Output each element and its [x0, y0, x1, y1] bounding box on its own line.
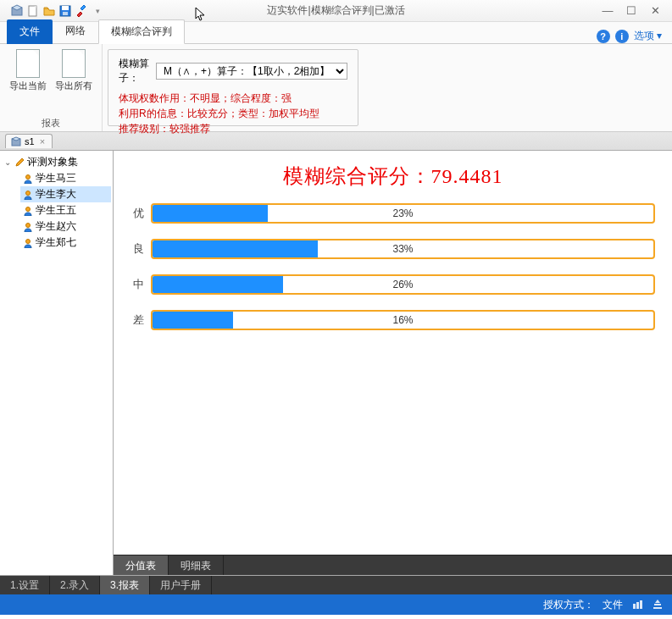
status-label: 授权方式： [543, 598, 594, 612]
bar-value-label: 33% [392, 243, 413, 255]
tree-item[interactable]: 学生马三 [20, 170, 111, 186]
bar-category-label: 差 [131, 312, 144, 328]
person-icon [22, 205, 34, 217]
tab-fuzzy[interactable]: 模糊综合评判 [98, 19, 185, 44]
tree-root-label: 评测对象集 [27, 155, 78, 169]
bottom-tab[interactable]: 1.设置 [0, 576, 50, 594]
options-menu[interactable]: 选项 ▾ [634, 29, 662, 43]
svg-rect-14 [633, 604, 636, 609]
ribbon-settings-panel: 模糊算子： M（∧，+）算子：【1取小，2相加】 体现权数作用：不明显；综合程度… [108, 49, 358, 126]
close-button[interactable]: ✕ [643, 3, 667, 19]
bar-row: 中26% [131, 274, 655, 295]
bar-value-label: 23% [392, 207, 413, 219]
open-icon[interactable] [42, 4, 56, 18]
tree-root-row[interactable]: ⌄ 评测对象集 [2, 154, 111, 170]
sub-tab[interactable]: 分值表 [114, 555, 169, 575]
options-label: 选项 [634, 30, 654, 41]
svg-point-9 [26, 174, 31, 179]
bar-category-label: 良 [131, 241, 144, 257]
sub-tabs: 分值表明细表 [114, 555, 672, 575]
tab-file[interactable]: 文件 [7, 19, 53, 44]
maximize-button[interactable]: ☐ [619, 3, 643, 19]
tree-item[interactable]: 学生赵六 [20, 218, 111, 235]
bar-category-label: 优 [131, 206, 144, 221]
save-icon[interactable] [58, 4, 72, 18]
score-title: 模糊综合评分：79.4481 [131, 163, 655, 190]
tab-network[interactable]: 网络 [53, 19, 98, 43]
bottom-tab[interactable]: 用户手册 [150, 576, 212, 594]
svg-point-13 [26, 239, 31, 243]
bottom-tabs: 1.设置2.录入3.报表用户手册 [0, 576, 672, 594]
svg-rect-16 [640, 600, 642, 609]
person-icon [22, 189, 34, 201]
window-controls: — ☐ ✕ [596, 3, 672, 19]
document-tab[interactable]: s1 × [5, 134, 53, 148]
status-icon-1 [631, 599, 643, 611]
cube-icon [11, 136, 21, 146]
new-icon[interactable] [26, 4, 40, 18]
status-icon-2[interactable] [652, 599, 664, 611]
svg-point-12 [26, 223, 31, 227]
person-icon [22, 221, 34, 233]
window-title: 迈实软件|模糊综合评判|已激活 [267, 3, 404, 18]
ribbon-group-title: 报表 [42, 113, 60, 130]
person-icon [22, 237, 34, 249]
tree-item-label: 学生赵六 [36, 219, 76, 234]
bottom-tab[interactable]: 3.报表 [100, 576, 150, 594]
bar-row: 良33% [131, 239, 655, 259]
hint-line-1: 体现权数作用：不明显；综合程度：强 [119, 91, 347, 106]
quick-access-toolbar: ▾ [0, 4, 104, 18]
operator-label: 模糊算子： [119, 57, 151, 86]
main-area: ⌄ 评测对象集 学生马三学生李大学生王五学生赵六学生郑七 模糊综合评分：79.4… [0, 151, 672, 576]
bar-outer: 23% [151, 203, 655, 224]
expander-icon[interactable]: ⌄ [3, 158, 12, 167]
tools-icon[interactable] [75, 4, 88, 18]
bar-value-label: 16% [392, 314, 413, 326]
edit-icon [14, 157, 25, 169]
bottom-tab[interactable]: 2.录入 [50, 576, 100, 594]
ribbon-tabs: 文件 网络 模糊综合评判 ? i 选项 ▾ [0, 22, 672, 44]
export-all-button[interactable]: 导出所有 [54, 49, 93, 92]
bar-fill [153, 312, 233, 329]
document-tab-close[interactable]: × [38, 136, 47, 146]
document-icon [62, 49, 86, 78]
bar-outer: 26% [151, 274, 655, 295]
svg-point-11 [26, 207, 31, 211]
sub-tab[interactable]: 明细表 [169, 555, 224, 575]
tree-item-label: 学生马三 [36, 171, 76, 185]
svg-rect-17 [654, 604, 661, 605]
bar-category-label: 中 [131, 277, 144, 292]
bar-fill [153, 240, 318, 257]
qat-dropdown-icon[interactable]: ▾ [91, 4, 104, 18]
status-value: 文件 [603, 598, 623, 612]
help-icon[interactable]: ? [597, 30, 610, 43]
operator-select[interactable]: M（∧，+）算子：【1取小，2相加】 [156, 63, 347, 80]
info-icon[interactable]: i [615, 30, 629, 43]
content-pane: 模糊综合评分：79.4481 优23%良33%中26%差16% 分值表明细表 [114, 151, 672, 575]
document-tab-label: s1 [25, 136, 35, 146]
hint-line-2: 利用R的信息：比较充分；类型：加权平均型 [119, 106, 347, 121]
minimize-button[interactable]: — [596, 3, 619, 19]
tree-item-label: 学生李大 [36, 187, 76, 202]
svg-rect-18 [653, 607, 662, 609]
chart-area: 模糊综合评分：79.4481 优23%良33%中26%差16% [114, 151, 672, 555]
svg-point-10 [26, 191, 31, 195]
app-icon [10, 4, 24, 18]
bar-row: 优23% [131, 203, 655, 224]
tree-item[interactable]: 学生王五 [20, 202, 111, 218]
export-current-button[interactable]: 导出当前 [8, 49, 47, 92]
bar-row: 差16% [131, 310, 655, 330]
svg-rect-6 [63, 12, 68, 15]
document-icon [16, 49, 40, 78]
tree-item-label: 学生王五 [36, 203, 76, 218]
ribbon-body: 导出当前 导出所有 报表 模糊算子： M（∧，+）算子：【1取小，2相加】 体现… [0, 44, 672, 132]
hint-line-3: 推荐级别：较强推荐 [119, 121, 347, 136]
tree-item[interactable]: 学生李大 [20, 186, 111, 202]
tree-item[interactable]: 学生郑七 [20, 235, 111, 251]
export-all-label: 导出所有 [55, 80, 92, 92]
bar-outer: 16% [151, 310, 655, 330]
tree-item-label: 学生郑七 [36, 235, 76, 250]
bar-value-label: 26% [392, 279, 413, 290]
export-current-label: 导出当前 [9, 80, 47, 92]
ribbon-group-report: 导出当前 导出所有 报表 [0, 44, 103, 131]
